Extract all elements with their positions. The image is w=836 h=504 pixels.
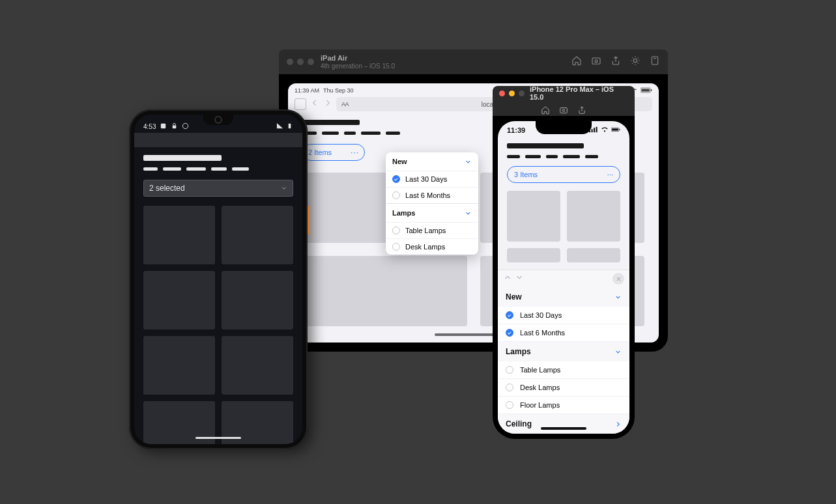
product-card[interactable] <box>222 206 293 264</box>
window-controls[interactable] <box>287 59 314 65</box>
iphone-page-content: 3 Items ··· <box>498 141 629 265</box>
iphone-sim-titlebar[interactable]: iPhone 12 Pro Max – iOS 15.0 <box>493 86 635 116</box>
svg-rect-19 <box>619 129 620 130</box>
camera-notch <box>203 115 233 125</box>
filter-bottom-sheet: New Last 30 Days Last 6 Months Lamps <box>498 270 629 434</box>
filter-popover: New Last 30 Days Last 6 Months Lamps <box>386 152 478 255</box>
window-controls[interactable] <box>499 91 525 96</box>
ipad-sim-titlebar[interactable]: iPad Air 4th generation – iOS 15.0 <box>279 49 668 74</box>
chevron-down-icon[interactable] <box>515 273 524 285</box>
filter-option[interactable]: Desk Lamps <box>498 379 629 397</box>
filter-option-label: Table Lamps <box>405 227 446 234</box>
power-button[interactable] <box>308 206 310 234</box>
svg-rect-15 <box>594 128 595 132</box>
filter-group-header-new[interactable]: New <box>498 287 629 307</box>
svg-rect-14 <box>592 129 593 132</box>
screenshot-icon[interactable] <box>591 55 601 68</box>
filter-group-title: New <box>392 158 407 165</box>
svg-rect-8 <box>173 125 177 128</box>
svg-rect-5 <box>641 89 649 91</box>
ipad-sim-title: iPad Air <box>321 54 395 62</box>
home-indicator[interactable] <box>541 427 586 430</box>
heading-placeholder <box>143 155 222 161</box>
share-icon[interactable] <box>611 55 621 68</box>
filter-group-header-ceiling[interactable]: Ceiling <box>498 414 629 434</box>
minimize-dot[interactable] <box>509 91 515 96</box>
product-card[interactable] <box>567 191 620 242</box>
filter-option[interactable]: Floor Lamps <box>498 397 629 414</box>
product-card[interactable] <box>567 248 620 262</box>
zoom-dot[interactable] <box>308 59 314 65</box>
forward-icon[interactable] <box>323 98 332 110</box>
android-device-frame: 4:53 2 selected <box>129 109 308 449</box>
radio-checked-icon <box>506 329 513 337</box>
home-indicator[interactable] <box>195 437 241 439</box>
radio-unchecked-icon <box>392 227 400 234</box>
product-card[interactable] <box>507 191 560 242</box>
minimize-dot[interactable] <box>297 59 304 65</box>
home-icon[interactable] <box>571 55 582 68</box>
iphone-screen: 11:39 3 Items ··· <box>498 121 629 434</box>
filter-group-header-new[interactable]: New <box>386 152 478 171</box>
ipad-sim-subtitle: 4th generation – iOS 15.0 <box>321 63 395 70</box>
filter-pill-more[interactable]: ··· <box>351 148 359 157</box>
product-card[interactable] <box>302 256 467 326</box>
chevron-down-icon <box>465 210 472 217</box>
filter-pill-more[interactable]: ··· <box>607 171 613 178</box>
iphone-device-frame: 11:39 3 Items ··· <box>493 116 635 439</box>
filter-option[interactable]: Last 6 Months <box>498 324 629 342</box>
product-card[interactable] <box>222 271 293 329</box>
product-card[interactable] <box>222 336 293 395</box>
chevron-down-icon <box>465 158 472 165</box>
svg-rect-3 <box>652 57 657 64</box>
appearance-icon[interactable] <box>630 55 641 68</box>
filter-option[interactable]: Last 6 Months <box>386 187 478 203</box>
filter-pill[interactable]: 3 Items ··· <box>507 166 620 183</box>
radio-unchecked-icon <box>392 191 400 199</box>
share-icon[interactable] <box>577 105 586 117</box>
android-page-content: 2 selected <box>134 147 302 444</box>
app-bar <box>134 133 302 147</box>
filter-select[interactable]: 2 selected <box>143 180 293 197</box>
close-dot[interactable] <box>287 59 293 65</box>
filter-group-header-lamps[interactable]: Lamps <box>386 204 478 222</box>
filter-option[interactable]: Table Lamps <box>498 361 629 379</box>
product-grid <box>143 206 293 444</box>
filter-option[interactable]: Desk Lamps <box>386 238 478 255</box>
zoom-dot[interactable] <box>519 91 525 96</box>
rotate-icon[interactable] <box>650 55 660 68</box>
back-icon[interactable] <box>310 98 319 110</box>
android-screen: 4:53 2 selected <box>134 115 302 444</box>
radio-unchecked-icon <box>506 401 513 409</box>
svg-rect-11 <box>560 108 568 113</box>
svg-rect-10 <box>289 123 291 128</box>
filter-option[interactable]: Table Lamps <box>386 222 478 238</box>
radio-checked-icon <box>392 175 400 183</box>
filter-option[interactable]: Last 30 Days <box>498 307 629 324</box>
product-card[interactable] <box>507 248 560 262</box>
text-size-control[interactable]: AA <box>341 101 349 107</box>
product-card[interactable] <box>143 336 215 395</box>
filter-option-label: Last 30 Days <box>520 311 562 319</box>
home-icon[interactable] <box>541 105 550 117</box>
svg-rect-18 <box>612 128 618 130</box>
filter-option[interactable]: Last 30 Days <box>386 171 478 187</box>
product-card[interactable] <box>143 206 215 264</box>
filter-pill-label: 3 Items <box>514 171 538 178</box>
svg-point-12 <box>562 109 565 112</box>
filter-group-header-lamps[interactable]: Lamps <box>498 342 629 361</box>
filter-option-label: Table Lamps <box>520 366 560 374</box>
close-dot[interactable] <box>499 91 505 96</box>
product-card[interactable] <box>143 271 215 329</box>
svg-point-9 <box>183 123 188 128</box>
close-button[interactable] <box>613 273 624 285</box>
sheet-toolbar <box>498 270 629 287</box>
filter-pill[interactable]: 2 Items ··· <box>302 144 365 161</box>
radio-checked-icon <box>506 311 513 319</box>
info-icon <box>182 122 189 131</box>
screenshot-icon[interactable] <box>559 105 568 117</box>
iphone-sim-title: iPhone 12 Pro Max – iOS 15.0 <box>530 85 628 101</box>
chevron-up-icon[interactable] <box>503 273 512 285</box>
iphone-simulator-window: iPhone 12 Pro Max – iOS 15.0 11:39 <box>493 86 635 439</box>
sidebar-toggle-icon[interactable] <box>295 98 306 110</box>
